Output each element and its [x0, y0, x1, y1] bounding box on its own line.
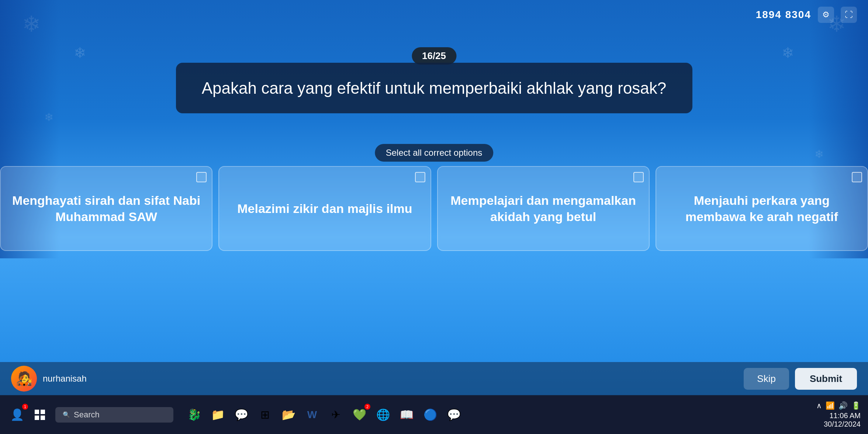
option-a[interactable]: Menghayati sirah dan sifat Nabi Muhammad… [0, 166, 212, 251]
taskbar-dragon-icon[interactable]: 🐉 [184, 405, 204, 424]
time-date-display[interactable]: 11:06 AM 30/12/2024 [824, 411, 861, 428]
select-all-label: Select all correct options [375, 144, 493, 162]
fullscreen-icon: ⛶ [845, 10, 853, 20]
options-grid: Menghayati sirah dan sifat Nabi Muhammad… [0, 162, 868, 255]
fullscreen-button[interactable]: ⛶ [841, 7, 857, 23]
search-input[interactable]: Search [74, 410, 100, 420]
taskbar-chrome2-icon[interactable]: 🔵 [421, 405, 440, 424]
date-label: 30/12/2024 [824, 420, 861, 428]
skip-button[interactable]: Skip [744, 368, 789, 390]
option-c[interactable]: Mempelajari dan mengamalkan akidah yang … [437, 166, 650, 251]
option-a-checkbox[interactable] [196, 172, 207, 182]
search-icon: 🔍 [63, 411, 70, 418]
username-label: nurhanisah [43, 373, 87, 384]
taskbar: 👤 1 🔍 Search 🐉 📁 💬 ⊞ [0, 395, 868, 434]
option-c-checkbox[interactable] [633, 172, 644, 182]
tray-battery-icon: 🔋 [851, 401, 861, 410]
taskbar-chat-icon[interactable]: 💬 [444, 405, 463, 424]
option-d[interactable]: Menjauhi perkara yang membawa ke arah ne… [656, 166, 868, 251]
option-d-checkbox[interactable] [852, 172, 862, 182]
question-counter: 16/25 [412, 47, 456, 65]
svg-rect-0 [35, 410, 39, 414]
score-display: 1894 8304 [756, 9, 811, 21]
taskbar-word-icon[interactable]: W [302, 405, 322, 424]
bottom-actions: Skip Submit [744, 368, 857, 390]
taskbar-apps-icon[interactable]: ⊞ [255, 405, 274, 424]
time-label: 11:06 AM [824, 411, 861, 420]
start-button[interactable] [30, 405, 49, 424]
avatar: 🧑‍🎤 [11, 366, 37, 392]
taskbar-teams-icon[interactable]: 💬 [232, 405, 251, 424]
taskbar-files-icon[interactable]: 📁 [208, 405, 227, 424]
svg-rect-2 [35, 416, 39, 420]
taskbar-telegram-icon[interactable]: ✈ [326, 405, 345, 424]
tray-network-icon: 📶 [826, 401, 835, 410]
settings-button[interactable]: ⚙ [818, 7, 834, 23]
snowflake-decoration: ❄ [74, 44, 86, 61]
search-bar[interactable]: 🔍 Search [55, 407, 173, 423]
taskbar-chrome-icon[interactable]: 🌐 [373, 405, 392, 424]
taskbar-folder-icon[interactable]: 📂 [279, 405, 298, 424]
notification-icon[interactable]: 👤 1 [7, 405, 27, 424]
tray-up-arrow: ∧ [816, 401, 822, 410]
top-controls: 1894 8304 ⚙ ⛶ [756, 7, 857, 23]
question-text: Apakah cara yang efektif untuk memperbai… [194, 78, 674, 99]
submit-button[interactable]: Submit [795, 368, 857, 390]
notification-badge-dot: 1 [22, 404, 28, 410]
taskbar-center-icons: 🐉 📁 💬 ⊞ 📂 W ✈ 💚 2 🌐 📖 🔵 [184, 405, 463, 424]
user-info: 🧑‍🎤 nurhanisah [11, 366, 87, 392]
taskbar-quran-icon[interactable]: 📖 [397, 405, 416, 424]
svg-rect-3 [41, 416, 45, 420]
whatsapp-badge: 2 [364, 404, 370, 410]
option-b[interactable]: Melazimi zikir dan majlis ilmu [218, 166, 431, 251]
taskbar-left: 👤 1 [7, 405, 49, 424]
question-box: Apakah cara yang efektif untuk memperbai… [176, 63, 692, 113]
snowflake-decoration: ❄ [782, 44, 794, 61]
taskbar-right: ∧ 📶 🔊 🔋 11:06 AM 30/12/2024 [816, 401, 861, 428]
svg-rect-1 [41, 410, 45, 414]
system-tray: ∧ 📶 🔊 🔋 [816, 401, 861, 410]
option-b-checkbox[interactable] [415, 172, 425, 182]
bottom-bar: 🧑‍🎤 nurhanisah Skip Submit [0, 362, 868, 395]
tray-volume-icon: 🔊 [838, 401, 848, 410]
taskbar-whatsapp-icon[interactable]: 💚 2 [350, 405, 369, 424]
settings-icon: ⚙ [822, 10, 830, 20]
